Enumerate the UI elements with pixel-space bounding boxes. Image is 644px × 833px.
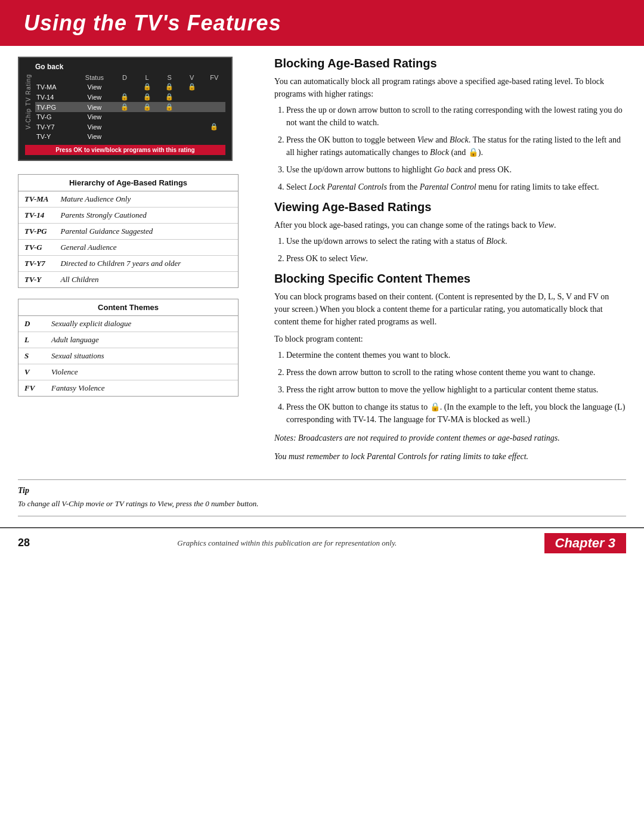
footer-chapter-label: Chapter 3 xyxy=(544,533,626,553)
rating-label: TV-PG xyxy=(35,102,76,112)
footer-page-number: 28 xyxy=(18,537,30,549)
rating-code: TV-Y7 xyxy=(18,256,54,272)
theme-code: L xyxy=(18,332,45,348)
blocking-specific-para1: You can block programs based on their co… xyxy=(274,290,626,328)
list-item: TV-Y7 Directed to Children 7 years and o… xyxy=(18,256,238,272)
table-row[interactable]: TV-MA View 🔒 🔒 🔒 xyxy=(35,82,225,92)
blocking-specific-body: You can block programs based on their co… xyxy=(274,290,626,463)
rating-label: TV-MA xyxy=(35,82,76,92)
theme-desc: Adult language xyxy=(45,332,238,348)
list-item: S Sexual situations xyxy=(18,348,238,364)
theme-code: V xyxy=(18,364,45,380)
col-d: D xyxy=(113,73,136,82)
list-item: TV-MA Mature Audience Only xyxy=(18,191,238,208)
list-item: Press the OK button to toggle between Vi… xyxy=(286,134,626,159)
rating-label: TV-Y xyxy=(35,132,76,141)
notes-text-2: You must remember to lock Parental Contr… xyxy=(274,450,626,463)
list-item: TV-G General Audience xyxy=(18,240,238,256)
theme-desc: Violence xyxy=(45,364,238,380)
list-item: Determine the content themes you want to… xyxy=(286,349,626,361)
theme-desc: Sexual situations xyxy=(45,348,238,364)
rating-desc: Parental Guidance Suggested xyxy=(54,224,238,240)
content-themes-table-wrap: Content Themes D Sexually explicit dialo… xyxy=(18,299,239,397)
table-row[interactable]: TV-Y View xyxy=(35,132,225,141)
page-footer: 28 Graphics contained within this public… xyxy=(0,527,644,558)
status-cell: View xyxy=(76,92,114,102)
list-item: TV-14 Parents Strongly Cautioned xyxy=(18,208,238,224)
col-fv: FV xyxy=(203,73,225,82)
content-themes-table: Content Themes D Sexually explicit dialo… xyxy=(18,299,238,396)
viewing-age-intro: After you block age-based ratings, you c… xyxy=(274,219,626,231)
status-cell: View xyxy=(76,132,114,141)
col-v: V xyxy=(181,73,203,82)
page-header: Using the TV's Features xyxy=(0,0,644,44)
list-item: Select Lock Parental Controls from the P… xyxy=(286,181,626,193)
rating-desc: Directed to Children 7 years and older xyxy=(54,256,238,272)
col-rating xyxy=(35,73,76,82)
page-title: Using the TV's Features xyxy=(24,11,620,36)
rating-desc: Mature Audience Only xyxy=(54,191,238,208)
age-ratings-table: Hierarchy of Age-Based Ratings TV-MA Mat… xyxy=(18,175,238,287)
blocking-specific-section: Blocking Specific Content Themes You can… xyxy=(274,272,626,463)
list-item: Use the up/down arrows to select the rat… xyxy=(286,235,626,247)
list-item: L Adult language xyxy=(18,332,238,348)
vchip-label: V-Chip TV Rating xyxy=(25,74,32,129)
blocking-specific-steps: Determine the content themes you want to… xyxy=(286,349,626,426)
theme-code: D xyxy=(18,316,45,332)
list-item: TV-Y All Children xyxy=(18,272,238,288)
right-column: Blocking Age-Based Ratings You can autom… xyxy=(268,57,626,469)
rating-label: TV-G xyxy=(35,112,76,122)
list-item: Press the right arrow button to move the… xyxy=(286,383,626,396)
rating-code: TV-14 xyxy=(18,208,54,224)
tip-text: To change all V-Chip movie or TV ratings… xyxy=(18,498,626,510)
rating-desc: General Audience xyxy=(54,240,238,256)
blocking-age-section: Blocking Age-Based Ratings You can autom… xyxy=(274,57,626,193)
col-s: S xyxy=(158,73,181,82)
status-cell: View xyxy=(76,82,114,92)
left-column: V-Chip TV Rating Go back Status D L S V xyxy=(18,57,268,469)
header-rule xyxy=(0,44,644,46)
table-row[interactable]: TV-14 View 🔒 🔒 🔒 xyxy=(35,92,225,102)
viewing-age-steps: Use the up/down arrows to select the rat… xyxy=(286,235,626,265)
table-row[interactable]: TV-G View xyxy=(35,112,225,122)
tv-go-back: Go back xyxy=(35,63,225,71)
footer-center-text: Graphics contained within this publicati… xyxy=(30,538,544,548)
blocking-specific-title: Blocking Specific Content Themes xyxy=(274,272,626,286)
theme-code: FV xyxy=(18,380,45,397)
blocking-age-intro: You can automatically block all program … xyxy=(274,75,626,100)
list-item: V Violence xyxy=(18,364,238,380)
list-item: Press OK to select View. xyxy=(286,252,626,265)
list-item: FV Fantasy Violence xyxy=(18,380,238,397)
age-ratings-header: Hierarchy of Age-Based Ratings xyxy=(18,175,238,191)
status-cell: View xyxy=(76,102,114,112)
rating-code: TV-MA xyxy=(18,191,54,208)
tv-widget: V-Chip TV Rating Go back Status D L S V xyxy=(18,57,233,161)
tv-table-wrap: Go back Status D L S V FV xyxy=(35,63,225,141)
rating-desc: Parents Strongly Cautioned xyxy=(54,208,238,224)
theme-code: S xyxy=(18,348,45,364)
tv-status-bar: Press OK to view/block programs with thi… xyxy=(25,145,225,155)
rating-code: TV-G xyxy=(18,240,54,256)
col-status: Status xyxy=(76,73,114,82)
col-l: L xyxy=(136,73,159,82)
list-item: D Sexually explicit dialogue xyxy=(18,316,238,332)
list-item: Press the up or down arrow button to scr… xyxy=(286,104,626,129)
rating-code: TV-Y xyxy=(18,272,54,288)
rating-desc: All Children xyxy=(54,272,238,288)
list-item: Press the OK button to change its status… xyxy=(286,401,626,426)
blocking-age-title: Blocking Age-Based Ratings xyxy=(274,57,626,70)
blocking-age-steps: Press the up or down arrow button to scr… xyxy=(286,104,626,193)
theme-desc: Fantasy Violence xyxy=(45,380,238,397)
tv-ratings-table: Status D L S V FV TV-MA View xyxy=(35,73,225,141)
list-item: Press the down arrow button to scroll to… xyxy=(286,366,626,379)
viewing-age-body: After you block age-based ratings, you c… xyxy=(274,219,626,265)
table-row-highlighted[interactable]: TV-PG View 🔒 🔒 🔒 xyxy=(35,102,225,112)
rating-code: TV-PG xyxy=(18,224,54,240)
content-themes-header: Content Themes xyxy=(18,299,238,316)
notes-text-1: Notes: Broadcasters are not required to … xyxy=(274,432,626,444)
list-item: Use the up/down arrow buttons to highlig… xyxy=(286,163,626,176)
table-row[interactable]: TV-Y7 View 🔒 xyxy=(35,122,225,132)
rating-label: TV-Y7 xyxy=(35,122,76,132)
tip-section: Tip To change all V-Chip movie or TV rat… xyxy=(18,479,626,516)
blocking-specific-para2: To block program content: xyxy=(274,333,626,345)
